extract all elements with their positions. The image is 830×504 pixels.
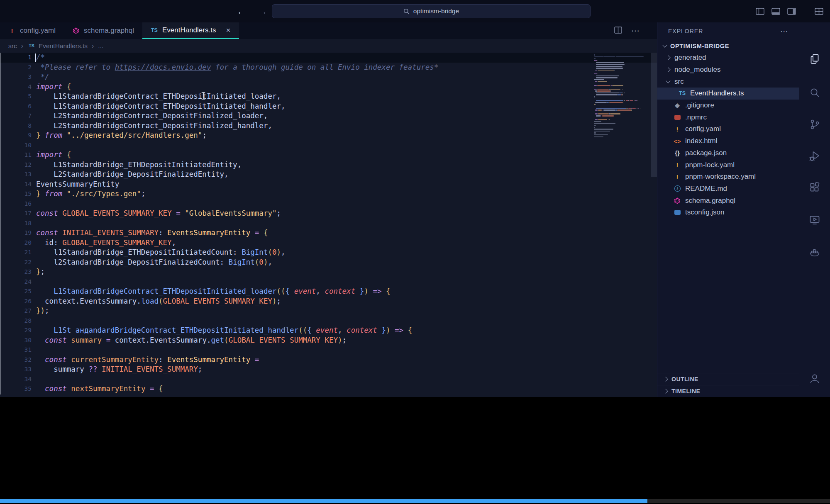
- file-tsconfig-json[interactable]: tsconfig.json: [657, 207, 799, 219]
- file-label: tsconfig.json: [685, 208, 725, 217]
- project-root-row[interactable]: OPTIMISM-BRIDGE: [657, 40, 799, 52]
- code-line[interactable]: 11import {: [0, 150, 657, 160]
- line-number: 3: [0, 72, 32, 82]
- tab-eventhandlers-ts[interactable]: TSEventHandlers.ts×: [142, 22, 239, 39]
- explorer-icon[interactable]: [808, 53, 821, 65]
- code-line[interactable]: 9} from "../generated/src/Handlers.gen";: [0, 131, 657, 141]
- code-line[interactable]: 21 l1StandardBridge_ETHDepositInitiatedC…: [0, 248, 657, 258]
- code-line[interactable]: 34: [0, 375, 657, 385]
- section-label: OUTLINE: [671, 376, 698, 382]
- file-npmrc[interactable]: .npmrc: [657, 111, 799, 123]
- code-line[interactable]: 2 *Please refer to https://docs.envio.de…: [0, 63, 657, 73]
- file-pnpm-workspace-yaml[interactable]: !pnpm-workspace.yaml: [657, 171, 799, 183]
- code-line[interactable]: 28: [0, 316, 657, 326]
- code-line[interactable]: 18: [0, 219, 657, 229]
- code-line[interactable]: 25 L1StandardBridgeContract_ETHDepositIn…: [0, 287, 657, 297]
- forward-arrow-icon[interactable]: →: [258, 6, 267, 17]
- video-progress-bar[interactable]: [0, 499, 830, 503]
- breadcrumb-item-src[interactable]: src: [8, 42, 17, 50]
- code-text: } from "../generated/src/Handlers.gen";: [36, 131, 207, 141]
- code-line[interactable]: 10: [0, 141, 657, 151]
- code-line[interactable]: 24: [0, 277, 657, 287]
- mouse-cursor: [201, 92, 206, 100]
- code-line[interactable]: 7 L2StandardBridgeContract_DepositFinali…: [0, 111, 657, 121]
- code-line[interactable]: 19const INITIAL_EVENTS_SUMMARY: EventsSu…: [0, 228, 657, 238]
- code-line[interactable]: 22 l2StandardBridge_DepositFinalizedCoun…: [0, 258, 657, 268]
- toggle-primary-sidebar-icon[interactable]: [756, 8, 764, 15]
- file-label: pnpm-lock.yaml: [685, 161, 735, 169]
- section-outline[interactable]: OUTLINE: [657, 373, 799, 385]
- code-line[interactable]: 3 */: [0, 72, 657, 82]
- code-line[interactable]: 16: [0, 199, 657, 209]
- code-line[interactable]: 29 L1St андandardBridgeContract_ETHDepos…: [0, 326, 657, 336]
- file-gitignore[interactable]: ◆.gitignore: [657, 100, 799, 112]
- folder-src[interactable]: src: [657, 75, 799, 88]
- source-control-icon[interactable]: [808, 118, 821, 131]
- code-line[interactable]: 15} from "./src/Types.gen";: [0, 189, 657, 199]
- code-line[interactable]: 5 L1StandardBridgeContract_ETHDepositIni…: [0, 92, 657, 102]
- file-config-yaml[interactable]: !config.yaml: [657, 123, 799, 135]
- title-bar: ← → optimism-bridge: [0, 0, 830, 22]
- breadcrumb-item-[interactable]: ...: [98, 42, 103, 50]
- editor-more-icon[interactable]: ⋯: [631, 26, 640, 36]
- folder-node-modules[interactable]: node_modules: [657, 64, 799, 76]
- run-debug-icon[interactable]: [808, 150, 821, 162]
- customize-layout-icon[interactable]: [815, 8, 823, 15]
- code-line[interactable]: 8 L2StandardBridgeContract_DepositFinali…: [0, 121, 657, 131]
- close-icon[interactable]: ×: [226, 26, 230, 35]
- search-icon[interactable]: [808, 87, 821, 99]
- breadcrumb-item-eventhandlers-ts[interactable]: TSEventHandlers.ts: [27, 42, 88, 50]
- code-line[interactable]: 20 id: GLOBAL_EVENTS_SUMMARY_KEY,: [0, 238, 657, 248]
- live-preview-icon[interactable]: [808, 214, 821, 226]
- tab-config-yaml[interactable]: !config.yaml: [0, 22, 64, 39]
- code-line[interactable]: 12 L1StandardBridge_ETHDepositInitiatedE…: [0, 160, 657, 170]
- search-icon: [403, 8, 410, 15]
- file-index-html[interactable]: <>index.html: [657, 135, 799, 147]
- vertical-scrollbar[interactable]: [651, 53, 657, 177]
- tab-schema-graphql[interactable]: schema.graphql: [64, 22, 142, 39]
- back-arrow-icon[interactable]: ←: [237, 6, 246, 17]
- code-text: const GLOBAL_EVENTS_SUMMARY_KEY = "Globa…: [36, 209, 281, 219]
- code-text: import {: [36, 150, 71, 160]
- line-number: 28: [0, 316, 32, 326]
- file-label: .gitignore: [685, 101, 714, 110]
- file-pnpm-lock-yaml[interactable]: !pnpm-lock.yaml: [657, 159, 799, 171]
- views-more-icon[interactable]: ⋯: [780, 27, 788, 36]
- minimap[interactable]: [594, 54, 647, 138]
- docker-icon[interactable]: [808, 246, 821, 258]
- code-text: L1StandardBridge_ETHDepositInitiatedEnti…: [36, 160, 242, 170]
- split-editor-icon[interactable]: [614, 26, 622, 36]
- code-line[interactable]: 14EventsSummaryEntity: [0, 180, 657, 190]
- section-timeline[interactable]: TIMELINE: [657, 385, 799, 397]
- code-line[interactable]: 32 const currentSummaryEntity: EventsSum…: [0, 355, 657, 365]
- code-line[interactable]: 17const GLOBAL_EVENTS_SUMMARY_KEY = "Glo…: [0, 209, 657, 219]
- code-editor[interactable]: 1/*2 *Please refer to https://docs.envio…: [0, 53, 657, 397]
- command-center-search[interactable]: optimism-bridge: [272, 4, 591, 18]
- account-icon[interactable]: [808, 372, 821, 385]
- code-line[interactable]: 4import {: [0, 82, 657, 92]
- code-text: summary ?? INITIAL_EVENTS_SUMMARY;: [36, 365, 202, 375]
- line-number: 33: [0, 365, 32, 375]
- code-line[interactable]: 30 const summary = context.EventsSummary…: [0, 336, 657, 346]
- code-line[interactable]: 33 summary ?? INITIAL_EVENTS_SUMMARY;: [0, 365, 657, 375]
- file-package-json[interactable]: {}package.json: [657, 147, 799, 159]
- code-line[interactable]: 26 context.EventsSummary.load(GLOBAL_EVE…: [0, 297, 657, 307]
- file-schema-graphql[interactable]: schema.graphql: [657, 195, 799, 207]
- code-text: const nextSummaryEntity = {: [36, 384, 163, 394]
- toggle-secondary-sidebar-icon[interactable]: [787, 8, 796, 15]
- code-line[interactable]: 1/*: [0, 53, 657, 63]
- chevron-right-icon: [663, 377, 668, 381]
- toggle-panel-icon[interactable]: [771, 8, 780, 15]
- code-line[interactable]: 31: [0, 345, 657, 355]
- explorer-header: EXPLORER ⋯: [657, 22, 799, 40]
- code-line[interactable]: 35 const nextSummaryEntity = {: [0, 384, 657, 394]
- extensions-icon[interactable]: [808, 181, 821, 194]
- folder-generated[interactable]: generated: [657, 52, 799, 64]
- file-eventhandlers-ts[interactable]: TSEventHandlers.ts: [657, 88, 799, 100]
- code-line[interactable]: 27});: [0, 306, 657, 316]
- code-line[interactable]: 13 L2StandardBridge_DepositFinalizedEnti…: [0, 170, 657, 180]
- line-number: 32: [0, 355, 32, 365]
- file-readme-md[interactable]: iREADME.md: [657, 183, 799, 195]
- code-line[interactable]: 23};: [0, 267, 657, 277]
- code-line[interactable]: 6 L1StandardBridgeContract_ETHDepositIni…: [0, 102, 657, 112]
